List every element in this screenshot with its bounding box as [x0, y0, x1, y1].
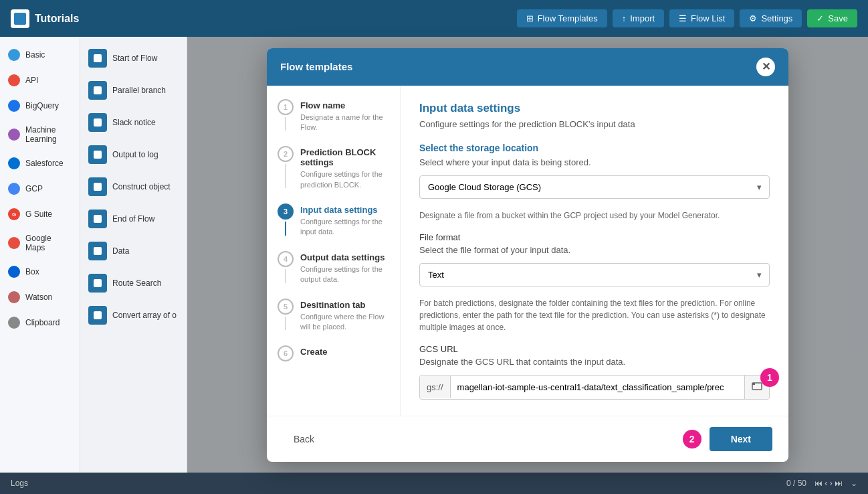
gsuite-icon: G	[8, 208, 20, 220]
step-title-6: Create	[300, 347, 327, 357]
content-main-title: Input data settings	[419, 102, 770, 115]
flow-templates-button[interactable]: ⊞ Flow Templates	[517, 9, 607, 27]
back-button[interactable]: Back	[283, 428, 325, 450]
step-line-1	[285, 117, 286, 131]
step-desc-3: Configure settings for the input data.	[300, 217, 389, 238]
sidebar: Basic API BigQuery Machine Learning Sale…	[0, 37, 80, 473]
node-convert-array[interactable]: Convert array of o	[80, 299, 187, 331]
step-circle-5: 5	[278, 299, 294, 315]
sidebar-item-clipboard[interactable]: Clipboard	[0, 310, 80, 335]
step-line-3	[285, 222, 286, 236]
svg-rect-1	[94, 86, 102, 94]
log-bar: Logs 0 / 50 ⏮ ‹ › ⏭ ⌄	[0, 473, 868, 494]
api-icon	[8, 74, 20, 86]
gcp-icon	[8, 183, 20, 195]
expand-icon[interactable]: ⌄	[851, 479, 857, 488]
file-format-select-wrapper: Text CSV JSON Image	[419, 263, 770, 286]
node-route-search[interactable]: Route Search	[80, 267, 187, 299]
salesforce-icon	[8, 157, 20, 169]
wizard-step-3: 3 Input data settings Configure settings…	[278, 203, 389, 238]
modal-overlay: Flow templates ✕ 1	[187, 37, 868, 473]
storage-select-wrapper: Google Cloud Storage (GCS) Amazon S3 Loc…	[419, 175, 770, 199]
logs-label: Logs	[11, 479, 28, 488]
sidebar-item-bigquery[interactable]: BigQuery	[0, 93, 80, 118]
file-format-placeholder: Select the file format of your input dat…	[419, 245, 770, 255]
gcs-url-desc: Designate the GCS URL that containts the…	[419, 357, 770, 367]
file-format-select[interactable]: Text CSV JSON Image	[419, 263, 770, 286]
node-slack-notice[interactable]: Slack notice	[80, 106, 187, 139]
sidebar-item-api[interactable]: API	[0, 68, 80, 93]
wizard-step-2: 2 Prediction BLOCK settings Configure se…	[278, 146, 389, 190]
sidebar-item-box[interactable]: Box	[0, 259, 80, 284]
storage-select[interactable]: Google Cloud Storage (GCS) Amazon S3 Loc…	[419, 175, 770, 199]
topbar: Tutorials ⊞ Flow Templates ↑ Import ☰ Fl…	[0, 0, 868, 37]
wizard-step-6: 6 Create	[278, 345, 389, 361]
sidebar-item-gsuite[interactable]: G G Suite	[0, 201, 80, 227]
flow-list-button[interactable]: ☰ Flow List	[669, 9, 734, 27]
step-desc-1: Designate a name for the Flow.	[300, 112, 389, 133]
save-button[interactable]: ✓ Save	[807, 9, 857, 27]
next-button[interactable]: Next	[710, 427, 772, 451]
step-title-5: Desitination tab	[300, 300, 389, 310]
step-content-4: Output data settings Configure settings …	[300, 251, 389, 285]
counter: 0 / 50	[786, 479, 806, 488]
node-icon	[88, 242, 107, 260]
step-line-5	[285, 317, 286, 331]
import-button[interactable]: ↑ Import	[613, 9, 664, 27]
node-parallel-branch[interactable]: Parallel branch	[80, 74, 187, 106]
step-desc-5: Configure where the Flow will be placed.	[300, 312, 389, 333]
google-maps-icon	[8, 237, 20, 249]
wizard-steps: 1 Flow name Designate a name for the Flo…	[267, 86, 401, 416]
step-indicator-3: 3	[278, 203, 294, 238]
sidebar-item-google-maps[interactable]: Google Maps	[0, 227, 80, 259]
step-line-4	[285, 269, 286, 283]
settings-icon: ⚙	[749, 13, 757, 23]
step-title-2: Prediction BLOCK settings	[300, 147, 389, 167]
svg-rect-10	[752, 383, 755, 385]
step-content-3: Input data settings Configure settings f…	[300, 203, 389, 238]
svg-rect-6	[94, 247, 102, 255]
gcs-url-input[interactable]	[451, 376, 744, 398]
bucket-desc: Designate a file from a bucket within th…	[419, 210, 770, 222]
wizard-step-5: 5 Desitination tab Configure where the F…	[278, 299, 389, 333]
footer-right: 2 Next	[683, 427, 772, 451]
save-icon: ✓	[817, 13, 824, 23]
settings-button[interactable]: ⚙ Settings	[740, 9, 802, 27]
sidebar-item-watson[interactable]: Watson	[0, 284, 80, 310]
step-content-1: Flow name Designate a name for the Flow.	[300, 99, 389, 133]
node-end-of-flow[interactable]: End of Flow	[80, 203, 187, 235]
flow-templates-dialog: Flow templates ✕ 1	[267, 48, 788, 462]
node-icon	[88, 145, 107, 164]
app-title: Tutorials	[35, 13, 79, 25]
step-indicator-6: 6	[278, 345, 294, 361]
node-start-of-flow[interactable]: Start of Flow	[80, 42, 187, 74]
node-data[interactable]: Data	[80, 235, 187, 267]
node-list: Start of Flow Parallel branch Slack noti…	[80, 37, 187, 473]
gcs-url-label: GCS URL	[419, 344, 770, 354]
step-desc-4: Configure settings for the output data.	[300, 264, 389, 285]
bigquery-icon	[8, 100, 20, 112]
ml-icon	[8, 129, 20, 141]
import-icon: ↑	[622, 13, 627, 23]
content-main-subtitle: Configure settings for the prediction BL…	[419, 119, 770, 129]
sidebar-item-gcp[interactable]: GCP	[0, 176, 80, 201]
file-format-label: File format	[419, 232, 770, 242]
node-construct-object[interactable]: Construct object	[80, 171, 187, 203]
box-icon	[8, 266, 20, 278]
flow-list-icon: ☰	[679, 13, 687, 23]
svg-rect-2	[94, 118, 102, 127]
sidebar-item-ml[interactable]: Machine Learning	[0, 118, 80, 151]
step-desc-2: Configure settings for the prediction BL…	[300, 169, 389, 190]
badge-1: 1	[760, 368, 779, 387]
logbar-right: 0 / 50 ⏮ ‹ › ⏭ ⌄	[786, 479, 857, 488]
svg-rect-8	[94, 311, 102, 319]
canvas: Flow templates ✕ 1	[187, 37, 868, 473]
dialog-body: 1 Flow name Designate a name for the Flo…	[267, 86, 788, 416]
sidebar-item-basic[interactable]: Basic	[0, 42, 80, 68]
close-button[interactable]: ✕	[756, 58, 775, 76]
dialog-footer: Back 2 Next	[267, 416, 788, 462]
step-title-3: Input data settings	[300, 205, 389, 215]
node-output-to-log[interactable]: Output to log	[80, 139, 187, 171]
dialog-main-content: Input data settings Configure settings f…	[401, 86, 788, 416]
sidebar-item-salesforce[interactable]: Salesforce	[0, 151, 80, 176]
